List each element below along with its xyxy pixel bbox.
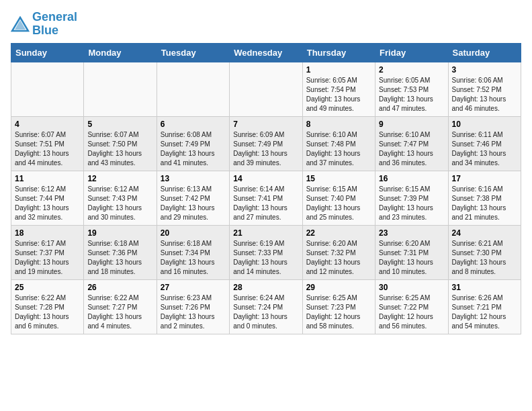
day-info: Sunrise: 6:12 AM Sunset: 7:44 PM Dayligh… [15, 185, 80, 222]
day-info: Sunrise: 6:05 AM Sunset: 7:54 PM Dayligh… [306, 76, 371, 113]
calendar-cell: 30Sunrise: 6:25 AM Sunset: 7:22 PM Dayli… [375, 279, 448, 334]
calendar-cell: 21Sunrise: 6:19 AM Sunset: 7:33 PM Dayli… [230, 225, 302, 279]
day-number: 3 [452, 65, 517, 75]
day-info: Sunrise: 6:11 AM Sunset: 7:46 PM Dayligh… [452, 130, 517, 168]
day-number: 22 [306, 228, 371, 238]
day-info: Sunrise: 6:19 AM Sunset: 7:33 PM Dayligh… [233, 239, 298, 277]
calendar-cell: 29Sunrise: 6:25 AM Sunset: 7:23 PM Dayli… [302, 279, 375, 334]
day-info: Sunrise: 6:20 AM Sunset: 7:32 PM Dayligh… [306, 239, 371, 277]
day-number: 17 [452, 174, 517, 183]
day-info: Sunrise: 6:07 AM Sunset: 7:51 PM Dayligh… [15, 130, 80, 168]
calendar-cell: 12Sunrise: 6:12 AM Sunset: 7:43 PM Dayli… [84, 171, 157, 225]
calendar-cell: 20Sunrise: 6:18 AM Sunset: 7:34 PM Dayli… [157, 225, 229, 279]
logo-text: General Blue [32, 11, 77, 38]
calendar-cell: 27Sunrise: 6:23 AM Sunset: 7:26 PM Dayli… [157, 279, 229, 334]
calendar-cell: 14Sunrise: 6:14 AM Sunset: 7:41 PM Dayli… [230, 171, 302, 225]
day-number: 16 [379, 174, 444, 183]
calendar-cell: 11Sunrise: 6:12 AM Sunset: 7:44 PM Dayli… [11, 171, 84, 225]
day-info: Sunrise: 6:05 AM Sunset: 7:53 PM Dayligh… [379, 76, 444, 113]
day-number: 2 [379, 65, 444, 75]
calendar-cell: 23Sunrise: 6:20 AM Sunset: 7:31 PM Dayli… [375, 225, 448, 279]
day-number: 24 [452, 228, 517, 238]
day-info: Sunrise: 6:15 AM Sunset: 7:40 PM Dayligh… [306, 185, 371, 222]
day-info: Sunrise: 6:23 AM Sunset: 7:26 PM Dayligh… [161, 293, 226, 331]
day-info: Sunrise: 6:07 AM Sunset: 7:50 PM Dayligh… [87, 130, 152, 168]
day-number: 19 [87, 228, 152, 238]
week-row-0: 1Sunrise: 6:05 AM Sunset: 7:54 PM Daylig… [11, 62, 521, 116]
day-number: 1 [306, 65, 371, 75]
col-header-saturday: Saturday [448, 43, 521, 62]
day-info: Sunrise: 6:16 AM Sunset: 7:38 PM Dayligh… [452, 185, 517, 222]
day-number: 18 [15, 228, 80, 238]
logo: General Blue [11, 11, 77, 38]
calendar-cell [230, 62, 302, 116]
day-number: 12 [87, 174, 152, 183]
day-info: Sunrise: 6:12 AM Sunset: 7:43 PM Dayligh… [87, 185, 152, 222]
day-info: Sunrise: 6:10 AM Sunset: 7:48 PM Dayligh… [306, 130, 371, 168]
day-info: Sunrise: 6:10 AM Sunset: 7:47 PM Dayligh… [379, 130, 444, 168]
day-number: 15 [306, 174, 371, 183]
day-number: 9 [379, 120, 444, 129]
calendar-cell: 17Sunrise: 6:16 AM Sunset: 7:38 PM Dayli… [448, 171, 521, 225]
day-number: 28 [233, 283, 298, 292]
calendar-cell: 16Sunrise: 6:15 AM Sunset: 7:39 PM Dayli… [375, 171, 448, 225]
day-info: Sunrise: 6:06 AM Sunset: 7:52 PM Dayligh… [452, 76, 517, 113]
calendar-cell: 10Sunrise: 6:11 AM Sunset: 7:46 PM Dayli… [448, 116, 521, 171]
day-number: 7 [233, 120, 298, 129]
day-number: 11 [15, 174, 80, 183]
week-row-2: 11Sunrise: 6:12 AM Sunset: 7:44 PM Dayli… [11, 171, 521, 225]
calendar-cell [84, 62, 157, 116]
calendar-table: SundayMondayTuesdayWednesdayThursdayFrid… [11, 43, 521, 334]
calendar-cell: 26Sunrise: 6:22 AM Sunset: 7:27 PM Dayli… [84, 279, 157, 334]
calendar-cell: 18Sunrise: 6:17 AM Sunset: 7:37 PM Dayli… [11, 225, 84, 279]
week-row-4: 25Sunrise: 6:22 AM Sunset: 7:28 PM Dayli… [11, 279, 521, 334]
day-number: 29 [306, 283, 371, 292]
week-row-3: 18Sunrise: 6:17 AM Sunset: 7:37 PM Dayli… [11, 225, 521, 279]
col-header-monday: Monday [84, 43, 157, 62]
day-info: Sunrise: 6:15 AM Sunset: 7:39 PM Dayligh… [379, 185, 444, 222]
day-number: 30 [379, 283, 444, 292]
day-info: Sunrise: 6:08 AM Sunset: 7:49 PM Dayligh… [161, 130, 226, 168]
calendar-cell [157, 62, 229, 116]
logo-icon [11, 16, 30, 32]
day-number: 6 [161, 120, 226, 129]
day-number: 21 [233, 228, 298, 238]
calendar-cell: 7Sunrise: 6:09 AM Sunset: 7:49 PM Daylig… [230, 116, 302, 171]
day-info: Sunrise: 6:22 AM Sunset: 7:28 PM Dayligh… [15, 293, 80, 331]
calendar-cell: 1Sunrise: 6:05 AM Sunset: 7:54 PM Daylig… [302, 62, 375, 116]
day-info: Sunrise: 6:26 AM Sunset: 7:21 PM Dayligh… [452, 293, 517, 331]
col-header-thursday: Thursday [302, 43, 375, 62]
day-info: Sunrise: 6:09 AM Sunset: 7:49 PM Dayligh… [233, 130, 298, 168]
col-header-friday: Friday [375, 43, 448, 62]
day-info: Sunrise: 6:20 AM Sunset: 7:31 PM Dayligh… [379, 239, 444, 277]
week-row-1: 4Sunrise: 6:07 AM Sunset: 7:51 PM Daylig… [11, 116, 521, 171]
day-info: Sunrise: 6:22 AM Sunset: 7:27 PM Dayligh… [87, 293, 152, 331]
day-number: 13 [161, 174, 226, 183]
calendar-cell: 13Sunrise: 6:13 AM Sunset: 7:42 PM Dayli… [157, 171, 229, 225]
day-info: Sunrise: 6:18 AM Sunset: 7:36 PM Dayligh… [87, 239, 152, 277]
day-number: 8 [306, 120, 371, 129]
calendar-cell: 2Sunrise: 6:05 AM Sunset: 7:53 PM Daylig… [375, 62, 448, 116]
calendar-cell: 22Sunrise: 6:20 AM Sunset: 7:32 PM Dayli… [302, 225, 375, 279]
day-info: Sunrise: 6:17 AM Sunset: 7:37 PM Dayligh… [15, 239, 80, 277]
day-info: Sunrise: 6:25 AM Sunset: 7:23 PM Dayligh… [306, 293, 371, 331]
day-number: 5 [87, 120, 152, 129]
calendar-cell: 19Sunrise: 6:18 AM Sunset: 7:36 PM Dayli… [84, 225, 157, 279]
day-info: Sunrise: 6:25 AM Sunset: 7:22 PM Dayligh… [379, 293, 444, 331]
calendar-cell: 4Sunrise: 6:07 AM Sunset: 7:51 PM Daylig… [11, 116, 84, 171]
calendar-cell: 8Sunrise: 6:10 AM Sunset: 7:48 PM Daylig… [302, 116, 375, 171]
day-info: Sunrise: 6:24 AM Sunset: 7:24 PM Dayligh… [233, 293, 298, 331]
calendar-cell: 25Sunrise: 6:22 AM Sunset: 7:28 PM Dayli… [11, 279, 84, 334]
day-number: 10 [452, 120, 517, 129]
day-number: 27 [161, 283, 226, 292]
day-number: 14 [233, 174, 298, 183]
calendar-cell: 6Sunrise: 6:08 AM Sunset: 7:49 PM Daylig… [157, 116, 229, 171]
page-header: General Blue [11, 11, 521, 38]
calendar-cell: 3Sunrise: 6:06 AM Sunset: 7:52 PM Daylig… [448, 62, 521, 116]
col-header-tuesday: Tuesday [157, 43, 229, 62]
day-info: Sunrise: 6:18 AM Sunset: 7:34 PM Dayligh… [161, 239, 226, 277]
day-number: 25 [15, 283, 80, 292]
col-header-sunday: Sunday [11, 43, 84, 62]
day-number: 31 [452, 283, 517, 292]
calendar-cell: 24Sunrise: 6:21 AM Sunset: 7:30 PM Dayli… [448, 225, 521, 279]
